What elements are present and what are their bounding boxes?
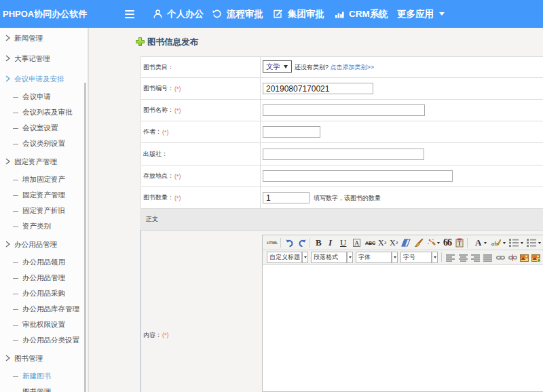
svg-text:T: T [457, 241, 462, 247]
svg-text:ab: ab [491, 240, 498, 247]
